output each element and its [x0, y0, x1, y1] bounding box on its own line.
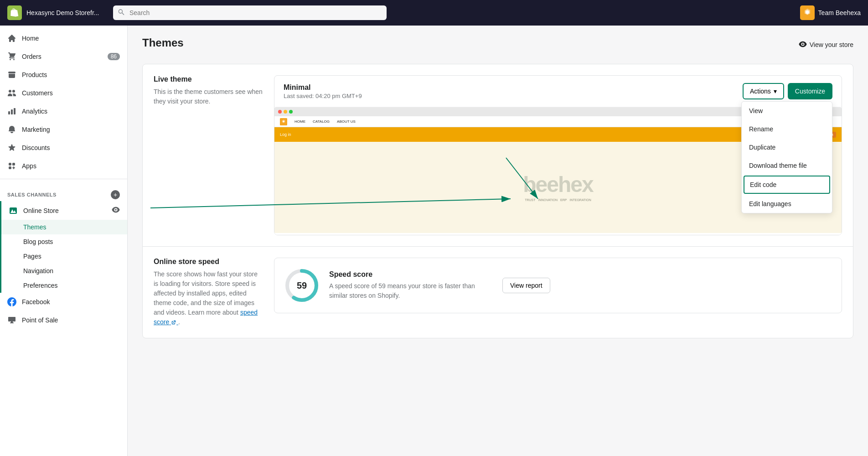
- mini-nav-about: ABOUT US: [337, 119, 356, 124]
- sidebar-item-apps[interactable]: Apps: [0, 157, 127, 175]
- top-nav-right: Team Beehexa: [800, 5, 861, 20]
- svg-rect-3: [10, 322, 14, 323]
- sidebar-item-customers[interactable]: Customers: [0, 84, 127, 102]
- chevron-down-icon: ▾: [774, 88, 777, 95]
- mini-tags: TRUST INNOVATION ERP INTEGRATION: [525, 198, 591, 202]
- speed-card: 59 Speed score A speed score of 59 means…: [274, 258, 842, 313]
- actions-dropdown: View Rename Duplicate Download theme fil…: [741, 101, 832, 213]
- sidebar-item-point-of-sale[interactable]: Point of Sale: [0, 311, 127, 329]
- view-report-button[interactable]: View report: [502, 278, 550, 293]
- live-theme-content: Live theme This is the theme customers s…: [143, 64, 853, 246]
- sidebar-subitem-pages[interactable]: Pages: [1, 249, 127, 264]
- page-title: Themes: [142, 36, 184, 49]
- theme-actions: Actions ▾ Customize View: [743, 83, 832, 99]
- speed-section: Online store speed The score shows how f…: [143, 246, 853, 338]
- eye-icon-header: [799, 40, 807, 50]
- discounts-icon: [7, 143, 16, 152]
- dot-green: [289, 110, 293, 114]
- products-icon: [7, 70, 16, 79]
- speed-gauge: 59: [284, 267, 320, 304]
- analytics-icon: [7, 107, 16, 116]
- sidebar-subitem-navigation[interactable]: Navigation: [1, 264, 127, 278]
- team-logo-icon: [800, 5, 815, 20]
- view-store-label: View your store: [810, 41, 853, 48]
- live-theme-left: Live theme This is the theme customers s…: [154, 75, 263, 106]
- add-sales-channel-button[interactable]: +: [111, 190, 120, 199]
- live-theme-section: Live theme This is the theme customers s…: [142, 64, 853, 338]
- dot-yellow: [284, 110, 287, 114]
- sidebar-item-home[interactable]: Home: [0, 29, 127, 47]
- main-content: Themes View your store Live theme This i…: [128, 26, 868, 456]
- dropdown-item-rename[interactable]: Rename: [742, 120, 832, 138]
- team-name: Team Beehexa: [818, 9, 861, 16]
- marketing-icon: [7, 125, 16, 134]
- store-name: Hexasync Demo Storefr...: [26, 9, 99, 16]
- pos-icon: [7, 316, 16, 325]
- online-store-label: Online Store: [23, 207, 59, 214]
- facebook-icon: [7, 297, 16, 306]
- sidebar-item-orders[interactable]: Orders 86: [0, 47, 127, 66]
- mini-beehex-text: beehex: [523, 174, 593, 196]
- dropdown-item-view[interactable]: View: [742, 102, 832, 120]
- sidebar-subitem-preferences[interactable]: Preferences: [1, 278, 127, 293]
- speed-section-inner: Online store speed The score shows how f…: [154, 258, 842, 327]
- mini-nav-catalog: CATALOG: [313, 119, 330, 124]
- sidebar-item-analytics[interactable]: Analytics: [0, 102, 127, 120]
- dropdown-item-duplicate[interactable]: Duplicate: [742, 138, 832, 156]
- orders-badge: 86: [108, 53, 120, 60]
- sidebar-customers-label: Customers: [22, 89, 53, 97]
- theme-info: Minimal Last saved: 04:20 pm GMT+9: [284, 83, 362, 99]
- actions-label: Actions: [750, 88, 771, 95]
- sidebar-item-discounts[interactable]: Discounts: [0, 139, 127, 157]
- mini-hero-text: Log in: [280, 132, 291, 137]
- top-nav: Hexasync Demo Storefr... Team Beehexa: [0, 0, 868, 26]
- sidebar-item-products[interactable]: Products: [0, 66, 127, 84]
- sidebar-divider: [0, 179, 127, 179]
- sidebar-subitem-themes[interactable]: Themes: [1, 220, 127, 234]
- apps-icon: [7, 161, 16, 171]
- shopify-logo-icon: [7, 5, 22, 20]
- speed-score-title: Speed score: [329, 270, 493, 279]
- mini-nav-home: HOME: [294, 119, 305, 124]
- svg-rect-2: [8, 317, 16, 321]
- customers-icon: [7, 88, 16, 98]
- theme-card-header: Minimal Last saved: 04:20 pm GMT+9 Actio…: [274, 76, 842, 107]
- search-bar: [113, 5, 387, 20]
- sidebar: Home Orders 86 Products Customers Anal: [0, 26, 128, 456]
- orders-icon: [7, 52, 16, 61]
- sidebar-home-label: Home: [22, 35, 39, 42]
- actions-wrapper: Actions ▾: [743, 83, 784, 99]
- mini-products-area: Our Products: [274, 233, 842, 235]
- logo-area: Hexasync Demo Storefr...: [7, 5, 108, 20]
- speed-section-desc: The score shows how fast your store is l…: [154, 269, 263, 327]
- dot-red: [278, 110, 282, 114]
- external-link-icon: [171, 320, 176, 325]
- online-store-section: Online Store Themes Blog posts Pages Nav…: [0, 201, 127, 293]
- online-store-icon: [9, 206, 18, 215]
- sales-channels-header: SALES CHANNELS +: [0, 183, 127, 201]
- theme-name: Minimal: [284, 83, 362, 92]
- actions-button[interactable]: Actions ▾: [743, 83, 784, 99]
- sidebar-pos-label: Point of Sale: [22, 316, 58, 324]
- dropdown-item-download[interactable]: Download theme file: [742, 156, 832, 175]
- sidebar-item-marketing[interactable]: Marketing: [0, 120, 127, 139]
- page-header: Themes View your store: [142, 36, 853, 53]
- speed-section-title: Online store speed: [154, 258, 263, 266]
- sidebar-apps-label: Apps: [22, 162, 36, 170]
- speed-score-desc: A speed score of 59 means your store is …: [329, 281, 493, 301]
- sidebar-analytics-label: Analytics: [22, 108, 47, 115]
- sidebar-marketing-label: Marketing: [22, 126, 50, 133]
- sidebar-discounts-label: Discounts: [22, 144, 50, 151]
- svg-rect-4: [11, 321, 13, 322]
- search-input[interactable]: [113, 5, 387, 20]
- dropdown-item-edit-code[interactable]: Edit code: [744, 176, 830, 194]
- mini-beehexa-logo: [280, 118, 287, 125]
- customize-button[interactable]: Customize: [788, 83, 832, 99]
- eye-icon[interactable]: [112, 206, 120, 215]
- search-icon: [118, 9, 125, 17]
- sidebar-item-facebook[interactable]: Facebook: [0, 293, 127, 311]
- view-store-link[interactable]: View your store: [799, 40, 853, 50]
- dropdown-item-edit-languages[interactable]: Edit languages: [742, 195, 832, 213]
- sidebar-subitem-blog-posts[interactable]: Blog posts: [1, 234, 127, 249]
- sidebar-item-online-store[interactable]: Online Store: [1, 201, 127, 220]
